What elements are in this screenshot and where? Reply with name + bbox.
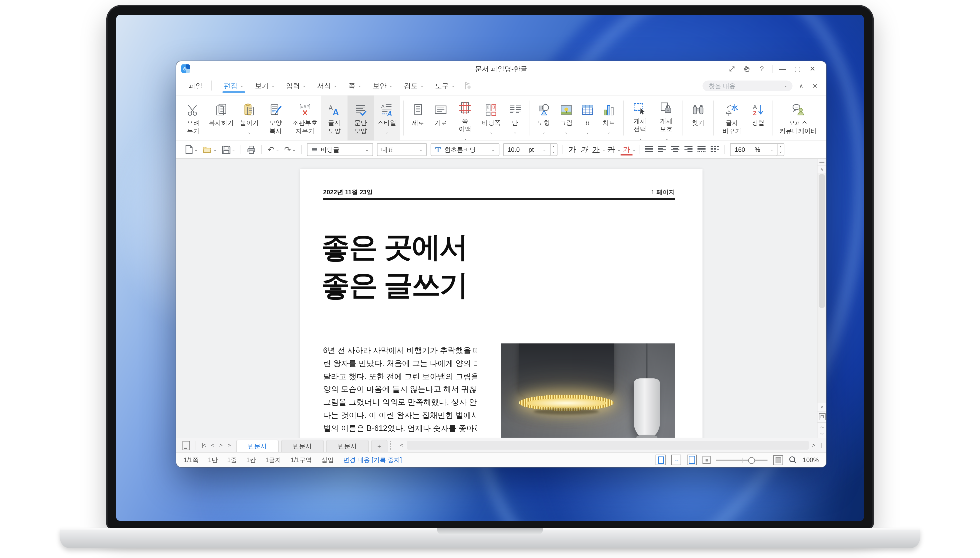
- page-outline-view-button[interactable]: [656, 455, 666, 465]
- redo-button[interactable]: ↷⌄: [282, 144, 298, 156]
- zoom-input[interactable]: 160 % ⌄: [730, 143, 778, 156]
- picture-button[interactable]: 그림 ⌄: [555, 96, 578, 141]
- document-list-icon[interactable]: [183, 441, 190, 450]
- underline-button[interactable]: 가: [590, 144, 602, 156]
- zoom-out-button[interactable]: [703, 456, 711, 464]
- landscape-page-button[interactable]: 가로: [430, 96, 452, 141]
- menu-edit[interactable]: 편집⌄: [218, 76, 249, 95]
- shapes-button[interactable]: 도형 ⌄: [532, 96, 555, 141]
- zoom-percentage[interactable]: 100%: [803, 456, 819, 464]
- menu-input[interactable]: 입력⌄: [280, 76, 312, 95]
- strikethrough-button[interactable]: 과: [605, 144, 617, 156]
- scroll-up-button[interactable]: ∧: [817, 166, 826, 173]
- master-page-button[interactable]: 바탕쪽 ⌄: [478, 96, 504, 141]
- next-tab-button[interactable]: >: [219, 442, 222, 448]
- previous-page-button[interactable]: 》: [817, 423, 826, 430]
- outline-select[interactable]: 대표 ⌄: [377, 143, 427, 156]
- scroll-left-button[interactable]: <: [398, 442, 405, 448]
- new-tab-button[interactable]: +: [371, 440, 387, 452]
- touch-mode-button[interactable]: [740, 62, 754, 75]
- document-page[interactable]: 2022년 11월 23일 1 페이지 좋은 곳에서 좋은 글쓰기 6년 전 사…: [300, 169, 703, 438]
- horizontal-scrollbar[interactable]: < > |: [398, 440, 824, 450]
- tab-document-1[interactable]: 빈문서: [236, 440, 278, 452]
- search-input[interactable]: [708, 81, 781, 90]
- bold-button[interactable]: 가: [566, 144, 578, 156]
- style-button[interactable]: AA 스타일 ⌄: [374, 96, 400, 141]
- scrollbar-thumb[interactable]: [819, 174, 825, 308]
- cut-button[interactable]: 오려 두기: [180, 96, 206, 141]
- table-button[interactable]: 표 ⌄: [578, 96, 598, 141]
- assistant-icon[interactable]: [463, 81, 472, 90]
- zoom-slider-knob[interactable]: [748, 457, 755, 464]
- menu-page[interactable]: 쪽⌄: [343, 76, 367, 95]
- copy-button[interactable]: 복사하기: [206, 96, 236, 141]
- track-changes-status[interactable]: 변경 내용 [기록 중지]: [343, 456, 402, 464]
- splitter-grip[interactable]: [820, 162, 825, 163]
- scrollbar-end-grip[interactable]: |: [819, 442, 824, 448]
- close-search-button[interactable]: ✕: [810, 82, 820, 89]
- print-button[interactable]: [244, 144, 258, 156]
- page-overview-button[interactable]: [819, 414, 825, 420]
- fit-page-view-button[interactable]: [687, 455, 697, 465]
- char-shape-button[interactable]: AA 글자 모양: [321, 96, 348, 141]
- distribute-button[interactable]: [695, 144, 708, 156]
- new-document-button[interactable]: ⌄: [183, 144, 200, 156]
- title-bar[interactable]: ㅎ 문서 파일명-한글 ⤢ ? — ▢ ✕: [176, 61, 826, 76]
- zoom-slider[interactable]: [716, 456, 768, 464]
- undo-button[interactable]: ↶⌄: [265, 144, 282, 156]
- minimize-button[interactable]: —: [775, 62, 790, 75]
- horizontal-scrollbar-track[interactable]: [407, 441, 809, 450]
- paste-button[interactable]: 붙이기 ⌄: [236, 96, 262, 141]
- align-left-button[interactable]: [656, 144, 669, 156]
- previous-tab-button[interactable]: <: [211, 442, 214, 448]
- font-select[interactable]: 함초롬바탕 ⌄: [431, 143, 499, 156]
- first-tab-button[interactable]: |<: [202, 442, 206, 448]
- tab-document-3[interactable]: 빈문서: [326, 440, 369, 452]
- menu-review[interactable]: 검토⌄: [398, 76, 430, 95]
- object-protect-button[interactable]: 개체 보호 ⌄: [653, 96, 680, 141]
- font-color-button[interactable]: 가: [621, 145, 632, 156]
- save-button[interactable]: ⌄: [219, 144, 238, 156]
- close-button[interactable]: ✕: [805, 62, 820, 75]
- status-insert-mode[interactable]: 삽입: [321, 456, 334, 464]
- zoom-spinner[interactable]: ∧∨: [777, 143, 785, 156]
- magnifier-icon[interactable]: [789, 456, 797, 464]
- menu-security[interactable]: 보안⌄: [367, 76, 398, 95]
- align-right-button[interactable]: [682, 144, 695, 156]
- erase-control-codes-button[interactable]: [###] 조판부호 지우기: [289, 96, 321, 141]
- last-tab-button[interactable]: >|: [227, 442, 231, 448]
- scroll-right-button[interactable]: >: [810, 442, 817, 448]
- zoom-in-button[interactable]: [774, 455, 784, 465]
- maximize-button[interactable]: ▢: [790, 62, 805, 75]
- menu-view[interactable]: 보기⌄: [249, 76, 280, 95]
- scroll-down-button[interactable]: ∨: [817, 404, 826, 411]
- line-spacing-button[interactable]: [708, 144, 722, 156]
- page-margin-button[interactable]: 쪽 여백 ⌄: [452, 96, 478, 141]
- columns-button[interactable]: 단 ⌄: [504, 96, 526, 141]
- office-communicator-button[interactable]: 오피스 커뮤니케이터: [776, 96, 820, 141]
- menu-format[interactable]: 서식⌄: [312, 76, 343, 95]
- open-button[interactable]: ⌄: [200, 144, 219, 156]
- copy-format-button[interactable]: 모양 복사: [262, 96, 289, 141]
- portrait-page-button[interactable]: 세로: [407, 96, 430, 141]
- font-size-input[interactable]: 10.0 pt ⌄: [503, 143, 551, 156]
- find-button[interactable]: 찾기: [686, 96, 710, 141]
- next-page-button[interactable]: 》: [817, 430, 826, 438]
- object-select-button[interactable]: 개체 선택 ⌄: [627, 96, 653, 141]
- paragraph-shape-button[interactable]: 문단 모양: [348, 96, 374, 141]
- help-button[interactable]: ?: [754, 62, 769, 75]
- vertical-scrollbar[interactable]: ∧ ∨ 》 》: [817, 159, 827, 438]
- align-justify-button[interactable]: [643, 144, 656, 156]
- full-screen-button[interactable]: ⤢: [725, 62, 740, 75]
- style-select[interactable]: 바탕글 ⌄: [307, 143, 373, 156]
- fit-width-view-button[interactable]: ↔: [672, 455, 682, 465]
- align-center-button[interactable]: [669, 144, 682, 156]
- menu-file[interactable]: 파일: [185, 81, 206, 90]
- italic-button[interactable]: 가: [578, 144, 590, 156]
- chart-button[interactable]: 차트 ⌄: [598, 96, 620, 141]
- menu-tools[interactable]: 도구⌄: [430, 76, 461, 95]
- collapse-ribbon-button[interactable]: ∧: [796, 82, 806, 89]
- replace-char-button[interactable]: 수水 글자 바꾸기: [717, 96, 747, 141]
- document-area[interactable]: 2022년 11월 23일 1 페이지 좋은 곳에서 좋은 글쓰기 6년 전 사…: [176, 159, 826, 438]
- tab-document-2[interactable]: 빈문서: [281, 440, 323, 452]
